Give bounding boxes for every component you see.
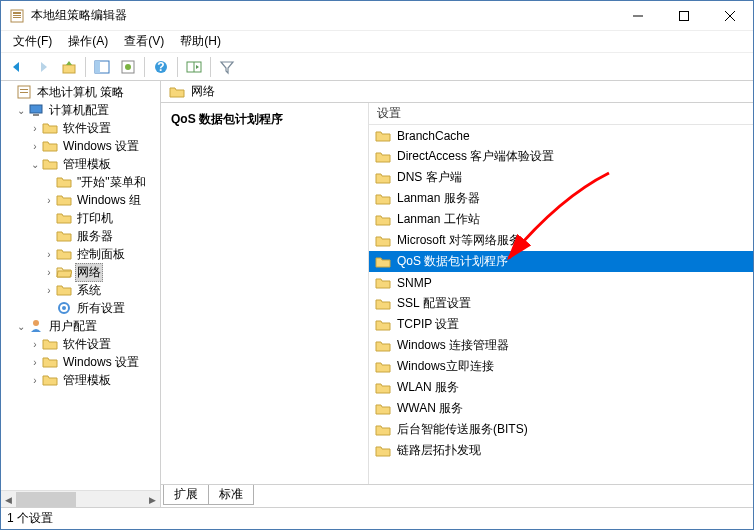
scroll-right-icon[interactable]: ▶	[145, 491, 160, 507]
forward-button[interactable]	[31, 55, 55, 79]
filter-button[interactable]	[215, 55, 239, 79]
list-item-ms-p2p[interactable]: Microsoft 对等网络服务	[369, 230, 753, 251]
tree-server[interactable]: 服务器	[1, 227, 160, 245]
tree-label: 软件设置	[61, 120, 113, 137]
tree-control-panel[interactable]: › 控制面板	[1, 245, 160, 263]
tab-extended[interactable]: 扩展	[163, 485, 209, 505]
tree-windows-settings[interactable]: › Windows 设置	[1, 137, 160, 155]
svg-rect-5	[680, 11, 689, 20]
tree-admin-templates[interactable]: ⌄ 管理模板	[1, 155, 160, 173]
extended-view-button[interactable]	[182, 55, 206, 79]
menu-file[interactable]: 文件(F)	[5, 31, 60, 52]
twisty-icon[interactable]: ›	[43, 249, 55, 260]
list-item-dns[interactable]: DNS 客户端	[369, 167, 753, 188]
description-title: QoS 数据包计划程序	[171, 112, 283, 126]
tree-label: 计算机配置	[47, 102, 111, 119]
folder-icon	[42, 156, 58, 172]
tree-label: 管理模板	[61, 372, 113, 389]
tree-network[interactable]: › 网络	[1, 263, 160, 281]
window-title: 本地组策略编辑器	[31, 7, 615, 24]
tree-software-settings[interactable]: › 软件设置	[1, 119, 160, 137]
tree-label: 网络	[75, 263, 103, 282]
back-button[interactable]	[5, 55, 29, 79]
tree-root[interactable]: 本地计算机 策略	[1, 83, 160, 101]
menu-help[interactable]: 帮助(H)	[172, 31, 229, 52]
list-item-branchcache[interactable]: BranchCache	[369, 125, 753, 146]
toolbar: ?	[1, 53, 753, 81]
tree-system[interactable]: › 系统	[1, 281, 160, 299]
twisty-icon[interactable]: ›	[29, 357, 41, 368]
list-item-wcm[interactable]: Windows 连接管理器	[369, 335, 753, 356]
tree-printers[interactable]: 打印机	[1, 209, 160, 227]
tree-user-software[interactable]: › 软件设置	[1, 335, 160, 353]
folder-icon	[375, 338, 391, 354]
status-text: 1 个设置	[7, 510, 53, 527]
list-item-wwan[interactable]: WWAN 服务	[369, 398, 753, 419]
folder-icon	[56, 210, 72, 226]
list-label: 后台智能传送服务(BITS)	[397, 421, 528, 438]
twisty-icon[interactable]: ›	[29, 339, 41, 350]
svg-point-24	[33, 320, 39, 326]
tab-standard[interactable]: 标准	[208, 485, 254, 505]
tree-hscrollbar[interactable]: ◀ ▶	[1, 490, 160, 507]
right-pane: 网络 QoS 数据包计划程序 设置 BranchCache DirectAcce…	[161, 81, 753, 507]
tree-start-menu[interactable]: "开始"菜单和	[1, 173, 160, 191]
folder-icon	[375, 149, 391, 165]
folder-open-icon	[56, 264, 72, 280]
folder-icon	[375, 275, 391, 291]
svg-rect-21	[33, 114, 39, 116]
list-label: Windows立即连接	[397, 358, 494, 375]
tree-windows-components[interactable]: › Windows 组	[1, 191, 160, 209]
help-button[interactable]: ?	[149, 55, 173, 79]
list-item-wlan[interactable]: WLAN 服务	[369, 377, 753, 398]
close-button[interactable]	[707, 1, 753, 31]
twisty-icon[interactable]: ⌄	[15, 321, 27, 332]
twisty-icon[interactable]: ›	[29, 141, 41, 152]
folder-icon	[56, 192, 72, 208]
twisty-icon[interactable]: ›	[43, 267, 55, 278]
menubar: 文件(F) 操作(A) 查看(V) 帮助(H)	[1, 31, 753, 53]
twisty-icon[interactable]: ›	[43, 195, 55, 206]
menu-view[interactable]: 查看(V)	[116, 31, 172, 52]
maximize-button[interactable]	[661, 1, 707, 31]
list-item-ssl[interactable]: SSL 配置设置	[369, 293, 753, 314]
list-column-header[interactable]: 设置	[369, 103, 753, 125]
twisty-icon[interactable]: ›	[29, 375, 41, 386]
list-item-bits[interactable]: 后台智能传送服务(BITS)	[369, 419, 753, 440]
tree-user-config[interactable]: ⌄ 用户配置	[1, 317, 160, 335]
list-scroll[interactable]: BranchCache DirectAccess 客户端体验设置 DNS 客户端…	[369, 125, 753, 484]
list-item-lltd[interactable]: 链路层拓扑发现	[369, 440, 753, 461]
twisty-icon[interactable]: ⌄	[15, 105, 27, 116]
list-item-tcpip[interactable]: TCPIP 设置	[369, 314, 753, 335]
twisty-icon[interactable]: ›	[29, 123, 41, 134]
menu-action[interactable]: 操作(A)	[60, 31, 116, 52]
tree-user-windows[interactable]: › Windows 设置	[1, 353, 160, 371]
list-item-instant-connect[interactable]: Windows立即连接	[369, 356, 753, 377]
tree-all-settings[interactable]: 所有设置	[1, 299, 160, 317]
list-item-lanman-workstation[interactable]: Lanman 工作站	[369, 209, 753, 230]
list-item-qos[interactable]: QoS 数据包计划程序	[369, 251, 753, 272]
twisty-icon[interactable]: ›	[43, 285, 55, 296]
scroll-left-icon[interactable]: ◀	[1, 491, 16, 507]
list-item-snmp[interactable]: SNMP	[369, 272, 753, 293]
folder-icon	[375, 443, 391, 459]
tree-label: 管理模板	[61, 156, 113, 173]
scroll-thumb[interactable]	[16, 492, 76, 507]
list-item-directaccess[interactable]: DirectAccess 客户端体验设置	[369, 146, 753, 167]
up-button[interactable]	[57, 55, 81, 79]
list-item-lanman-server[interactable]: Lanman 服务器	[369, 188, 753, 209]
properties-button[interactable]	[116, 55, 140, 79]
svg-rect-19	[20, 92, 28, 93]
show-hide-tree-button[interactable]	[90, 55, 114, 79]
tree-computer-config[interactable]: ⌄ 计算机配置	[1, 101, 160, 119]
twisty-icon[interactable]: ⌄	[29, 159, 41, 170]
policy-icon	[16, 84, 32, 100]
svg-point-23	[62, 306, 66, 310]
folder-icon	[375, 359, 391, 375]
tree-user-admin[interactable]: › 管理模板	[1, 371, 160, 389]
minimize-button[interactable]	[615, 1, 661, 31]
right-header: 网络	[161, 81, 753, 103]
statusbar: 1 个设置	[1, 507, 753, 529]
right-body: QoS 数据包计划程序 设置 BranchCache DirectAccess …	[161, 103, 753, 485]
folder-icon	[375, 380, 391, 396]
